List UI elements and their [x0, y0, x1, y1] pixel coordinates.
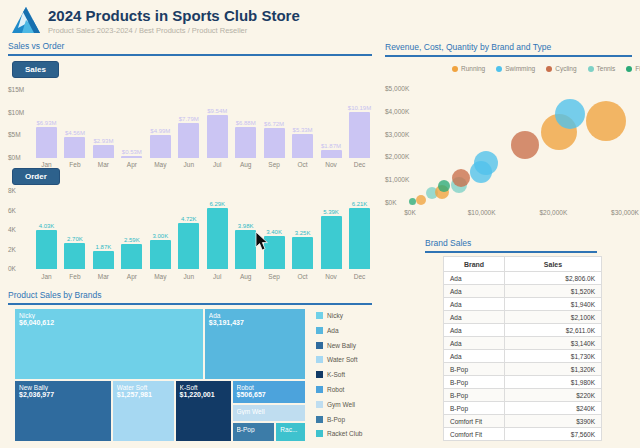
- bar-rect: [207, 115, 228, 158]
- legend-item-fitness[interactable]: Fitness: [626, 65, 640, 72]
- sales-bar-Jul[interactable]: $9.54M: [207, 90, 228, 158]
- brand-cell: Ada: [444, 285, 505, 298]
- sales-bar-Aug[interactable]: $6.88M: [235, 90, 256, 158]
- bar-value-label: 6.29K: [209, 201, 225, 207]
- bar-rect: [64, 137, 85, 158]
- treemap-block-b-pop[interactable]: B-Pop: [232, 422, 276, 442]
- order-bar-Apr[interactable]: 2.59K: [121, 191, 142, 269]
- order-bar-Jun[interactable]: 4.72K: [178, 191, 199, 269]
- sales-cell: $3,140K: [505, 337, 602, 350]
- bubble-swimming[interactable]: [555, 99, 585, 129]
- table-row[interactable]: Ada$2,806.0K: [444, 272, 602, 285]
- order-tab-badge[interactable]: Order: [12, 168, 60, 185]
- bar-value-label: $7.79M: [179, 116, 199, 122]
- sales-bar-Feb[interactable]: $4.56M: [64, 90, 85, 158]
- treemap-block-value: $6,040,612: [19, 319, 199, 326]
- treemap-block-name: Rac...: [280, 426, 301, 433]
- treemap-block-ada[interactable]: Ada$3,191,437: [204, 308, 306, 380]
- table-row[interactable]: Ada$1,730K: [444, 350, 602, 363]
- legend-label: Gym Well: [327, 401, 355, 408]
- treemap-block-new-bally[interactable]: New Bally$2,036,977: [14, 380, 112, 442]
- order-bar-May[interactable]: 3.00K: [150, 191, 171, 269]
- treemap-block-value: $3,191,437: [209, 319, 301, 326]
- table-row[interactable]: B-Pop$1,320K: [444, 363, 602, 376]
- table-row[interactable]: B-Pop$240K: [444, 402, 602, 415]
- order-bar-Mar[interactable]: 1.87K: [93, 191, 114, 269]
- treemap-block-water-soft[interactable]: Water Soft$1,257,981: [112, 380, 175, 442]
- treemap-block-k-soft[interactable]: K-Soft$1,220,001: [175, 380, 232, 442]
- order-bar-Sep[interactable]: 3.40K: [264, 191, 285, 269]
- bubble-running[interactable]: [586, 101, 626, 141]
- treemap-block-rac-[interactable]: Rac...: [275, 422, 306, 442]
- sales-bar-Sep[interactable]: $6.72M: [264, 90, 285, 158]
- order-bar-Oct[interactable]: 3.25K: [292, 191, 313, 269]
- bubble-cycling[interactable]: [511, 131, 539, 159]
- bar-value-label: 3.00K: [152, 233, 168, 239]
- treemap-legend-item-b-pop[interactable]: B-Pop: [316, 416, 345, 423]
- y-axis-tick: 0K: [8, 265, 16, 272]
- sales-bar-Jun[interactable]: $7.79M: [178, 90, 199, 158]
- table-row[interactable]: Comfort Fit$390K: [444, 415, 602, 428]
- treemap-legend-item-robot[interactable]: Robot: [316, 386, 344, 393]
- table-row[interactable]: Comfort Fit$7,560K: [444, 428, 602, 441]
- treemap-legend-item-ada[interactable]: Ada: [316, 327, 339, 334]
- treemap-legend-item-water-soft[interactable]: Water Soft: [316, 356, 357, 363]
- x-axis-tick: $10,000K: [465, 209, 499, 216]
- table-row[interactable]: Ada$3,140K: [444, 337, 602, 350]
- sales-bar-Apr[interactable]: $0.53M: [121, 90, 142, 158]
- treemap-legend-item-gym-well[interactable]: Gym Well: [316, 401, 355, 408]
- treemap-legend-item-nicky[interactable]: Nicky: [316, 312, 343, 319]
- brand-cell: Ada: [444, 350, 505, 363]
- order-bar-Jul[interactable]: 6.29K: [207, 191, 228, 269]
- bubble-cycling[interactable]: [452, 169, 470, 187]
- order-bar-Feb[interactable]: 2.70K: [64, 191, 85, 269]
- order-bar-Jan[interactable]: 4.03K: [36, 191, 57, 269]
- sales-bar-Nov[interactable]: $1.87M: [321, 90, 342, 158]
- sales-bar-Mar[interactable]: $2.93M: [93, 90, 114, 158]
- x-axis-tick: Aug: [235, 161, 256, 168]
- treemap-block-name: Water Soft: [117, 384, 170, 391]
- table-row[interactable]: Ada$1,940K: [444, 298, 602, 311]
- sales-cell: $1,940K: [505, 298, 602, 311]
- table-row[interactable]: Ada$1,520K: [444, 285, 602, 298]
- order-bar-Dec[interactable]: 6.21K: [349, 191, 370, 269]
- treemap-legend-item-new-bally[interactable]: New Bally: [316, 342, 356, 349]
- sales-bar-May[interactable]: $4.99M: [150, 90, 171, 158]
- legend-swatch-icon: [316, 312, 323, 319]
- bubble-swimming[interactable]: [474, 151, 498, 175]
- bar-value-label: 2.70K: [67, 236, 83, 242]
- legend-item-cycling[interactable]: Cycling: [546, 65, 576, 72]
- bar-rect: [235, 230, 256, 269]
- section-title-product-sales-by-brands: Product Sales by Brands: [8, 290, 372, 305]
- bubble-running[interactable]: [416, 195, 426, 205]
- treemap-block-nicky[interactable]: Nicky$6,040,612: [14, 308, 204, 380]
- table-row[interactable]: B-Pop$220K: [444, 389, 602, 402]
- order-bar-Aug[interactable]: 3.98K: [235, 191, 256, 269]
- legend-item-tennis[interactable]: Tennis: [588, 65, 616, 72]
- legend-item-swimming[interactable]: Swimming: [496, 65, 535, 72]
- table-row[interactable]: Ada$2,611.0K: [444, 324, 602, 337]
- sales-bar-Jan[interactable]: $6.93M: [36, 90, 57, 158]
- sales-bar-Oct[interactable]: $5.33M: [292, 90, 313, 158]
- running-series-dot-icon: [452, 66, 458, 72]
- treemap-legend-item-racket-club[interactable]: Racket Club: [316, 430, 362, 437]
- legend-label: Cycling: [555, 65, 576, 72]
- sales-bar-Dec[interactable]: $10.19M: [349, 90, 370, 158]
- legend-swatch-icon: [316, 386, 323, 393]
- treemap-block-robot[interactable]: Robot$506,657: [232, 380, 306, 404]
- bar-rect: [235, 127, 256, 158]
- table-row[interactable]: B-Pop$1,980K: [444, 376, 602, 389]
- y-axis-tick: 8K: [8, 187, 16, 194]
- table-row[interactable]: Ada$2,100K: [444, 311, 602, 324]
- sales-tab-badge[interactable]: Sales: [12, 61, 59, 78]
- order-bar-Nov[interactable]: 5.39K: [321, 191, 342, 269]
- treemap-legend-item-k-soft[interactable]: K-Soft: [316, 371, 345, 378]
- treemap-block-gym-well[interactable]: Gym Well: [232, 404, 306, 421]
- sales-cell: $1,980K: [505, 376, 602, 389]
- legend-item-running[interactable]: Running: [452, 65, 485, 72]
- x-axis-tick: May: [150, 273, 171, 280]
- bubble-fitness[interactable]: [409, 198, 416, 205]
- brand-cell: B-Pop: [444, 402, 505, 415]
- bar-rect: [349, 112, 370, 158]
- brand-cell: Ada: [444, 311, 505, 324]
